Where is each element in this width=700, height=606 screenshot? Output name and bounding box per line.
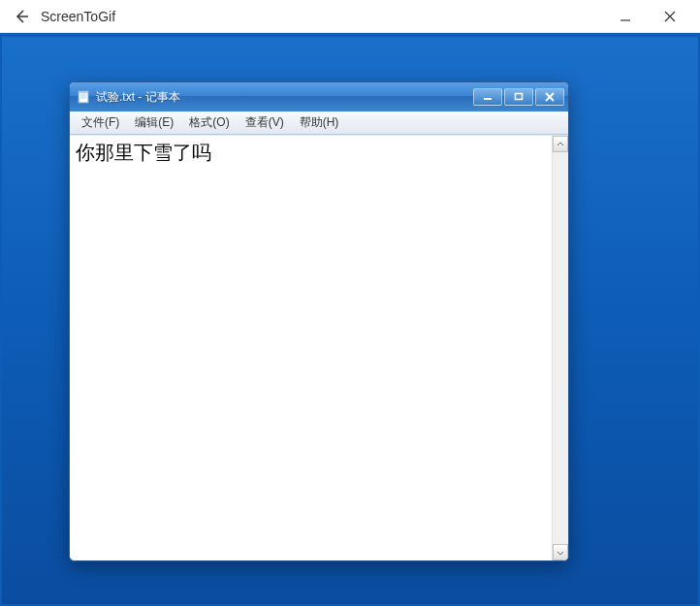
notepad-titlebar[interactable]: 试验.txt - 记事本 [70, 82, 568, 112]
notepad-window: 试验.txt - 记事本 [69, 81, 569, 561]
minimize-icon [483, 92, 493, 102]
notepad-body: 你那里下雪了吗 [70, 135, 568, 560]
menu-file[interactable]: 文件(F) [74, 112, 127, 133]
svg-rect-2 [516, 94, 523, 100]
menu-view[interactable]: 查看(V) [238, 112, 292, 133]
notepad-menubar: 文件(F) 编辑(E) 格式(O) 查看(V) 帮助(H) [70, 112, 568, 135]
back-button[interactable] [8, 3, 35, 30]
outer-close-button[interactable] [648, 2, 692, 31]
scroll-down-button[interactable] [553, 544, 568, 560]
chevron-up-icon [557, 141, 564, 148]
svg-rect-1 [79, 91, 88, 93]
menu-format[interactable]: 格式(O) [181, 112, 237, 133]
notepad-vertical-scrollbar[interactable] [552, 136, 568, 560]
notepad-window-controls [473, 88, 564, 106]
notepad-title: 试验.txt - 记事本 [96, 89, 473, 106]
close-icon [545, 92, 555, 102]
chevron-down-icon [557, 549, 564, 557]
maximize-icon [514, 92, 524, 102]
notepad-close-button[interactable] [535, 88, 564, 106]
notepad-minimize-button[interactable] [473, 88, 502, 106]
outer-app-title: ScreenToGif [41, 9, 603, 24]
arrow-left-icon [14, 9, 29, 24]
notepad-maximize-button[interactable] [504, 88, 533, 106]
outer-minimize-button[interactable] [603, 2, 648, 31]
minimize-icon [620, 11, 631, 22]
scroll-up-button[interactable] [553, 136, 568, 152]
menu-edit[interactable]: 编辑(E) [127, 112, 181, 133]
notepad-icon [76, 89, 91, 105]
outer-titlebar: ScreenToGif [0, 0, 700, 33]
scroll-track[interactable] [553, 152, 568, 544]
menu-help[interactable]: 帮助(H) [292, 112, 347, 133]
desktop-area: 试验.txt - 记事本 [0, 33, 700, 606]
close-icon [664, 11, 676, 22]
notepad-textarea[interactable]: 你那里下雪了吗 [70, 136, 552, 560]
